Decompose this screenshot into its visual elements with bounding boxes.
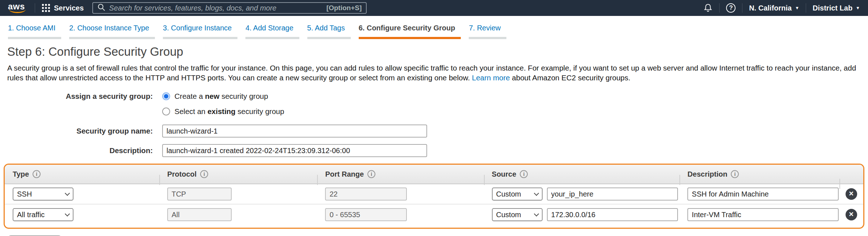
assign-group-label: Assign a security group: bbox=[7, 92, 162, 101]
info-icon[interactable]: i bbox=[200, 170, 208, 178]
header-source: Source i bbox=[484, 170, 680, 178]
services-menu-button[interactable]: Services bbox=[42, 4, 84, 12]
column-divider bbox=[317, 175, 318, 185]
rule-protocol-cell bbox=[159, 208, 317, 221]
step-review[interactable]: 7. Review bbox=[469, 24, 506, 39]
sg-name-input[interactable] bbox=[162, 125, 427, 138]
delete-rule-button[interactable]: × bbox=[846, 188, 857, 200]
rule-port-cell bbox=[317, 208, 484, 221]
chevron-down-icon bbox=[65, 211, 70, 216]
help-icon: ? bbox=[726, 3, 736, 13]
radio-create-new-group[interactable]: Create a new security group bbox=[162, 92, 268, 101]
security-group-form: Assign a security group: Create a new se… bbox=[7, 92, 861, 157]
radio-select-existing-group[interactable]: Select an existing security group bbox=[162, 107, 861, 116]
delete-rule-button[interactable]: × bbox=[846, 209, 857, 220]
rule-description-input[interactable] bbox=[687, 208, 839, 221]
sg-name-row: Security group name: bbox=[7, 125, 861, 138]
sg-description-input[interactable] bbox=[162, 144, 427, 157]
info-icon[interactable]: i bbox=[367, 170, 375, 178]
sg-description-label: Description: bbox=[7, 146, 162, 155]
navbar-divider bbox=[719, 3, 720, 13]
description-text-1: A security group is a set of firewall ru… bbox=[7, 64, 856, 82]
rule-description-cell bbox=[679, 208, 839, 221]
radio-existing-label: Select an existing security group bbox=[174, 107, 284, 116]
source-mode-select[interactable]: Custom bbox=[492, 208, 543, 221]
account-menu[interactable]: District Lab ▼ bbox=[813, 4, 860, 12]
radio-create-label: Create a new security group bbox=[174, 92, 268, 101]
source-value-input[interactable] bbox=[547, 187, 678, 201]
rule-protocol-cell bbox=[159, 187, 317, 201]
step-choose-ami[interactable]: 1. Choose AMI bbox=[8, 24, 61, 39]
wizard-steps: 1. Choose AMI 2. Choose Instance Type 3.… bbox=[0, 16, 868, 39]
header-description: Description i bbox=[679, 170, 839, 178]
source-value-input[interactable] bbox=[547, 208, 678, 221]
top-navbar: aws Services [Option+S] bbox=[0, 0, 868, 16]
bell-icon bbox=[703, 3, 713, 13]
header-protocol: Protocol i bbox=[159, 170, 317, 178]
security-rules-table: Type i Protocol i Port Range i Source i … bbox=[4, 164, 864, 229]
source-mode-select[interactable]: Custom bbox=[492, 187, 543, 201]
protocol-input bbox=[167, 187, 232, 201]
rule-source-cell: Custom bbox=[484, 208, 680, 221]
step-choose-instance-type[interactable]: 2. Choose Instance Type bbox=[69, 24, 155, 39]
chevron-down-icon: ▼ bbox=[856, 5, 860, 10]
search-input[interactable] bbox=[109, 4, 326, 12]
radio-selected-icon[interactable] bbox=[162, 92, 170, 100]
column-divider bbox=[839, 179, 840, 189]
step-configure-instance[interactable]: 3. Configure Instance bbox=[163, 24, 237, 39]
rule-port-cell bbox=[317, 187, 484, 201]
notifications-button[interactable] bbox=[703, 3, 713, 13]
type-select[interactable]: All traffic bbox=[13, 208, 73, 221]
main-content: Step 6: Configure Security Group A secur… bbox=[0, 39, 868, 157]
assign-group-row: Assign a security group: Create a new se… bbox=[7, 92, 861, 101]
rule-actions-cell: × bbox=[839, 188, 863, 200]
step-configure-security-group: 6. Configure Security Group bbox=[359, 24, 461, 39]
learn-more-link[interactable]: Learn more bbox=[472, 73, 510, 82]
step-add-tags[interactable]: 5. Add Tags bbox=[307, 24, 351, 39]
search-shortcut-hint: [Option+S] bbox=[326, 4, 362, 12]
info-icon[interactable]: i bbox=[731, 170, 739, 178]
port-range-input bbox=[325, 208, 407, 221]
aws-logo[interactable]: aws bbox=[8, 1, 28, 13]
aws-logo-smile bbox=[9, 9, 26, 13]
help-button[interactable]: ? bbox=[726, 3, 736, 13]
search-icon bbox=[97, 3, 109, 13]
step-add-storage[interactable]: 4. Add Storage bbox=[245, 24, 299, 39]
rules-table-header: Type i Protocol i Port Range i Source i … bbox=[5, 165, 863, 184]
radio-unselected-icon[interactable] bbox=[162, 108, 170, 115]
column-divider bbox=[159, 175, 160, 185]
global-search[interactable]: [Option+S] bbox=[92, 2, 367, 14]
sg-description-row: Description: bbox=[7, 144, 861, 157]
navbar-right: ? N. California ▼ District Lab ▼ bbox=[703, 3, 860, 13]
navbar-divider bbox=[742, 3, 742, 13]
chevron-down-icon bbox=[534, 211, 539, 216]
type-select[interactable]: SSH bbox=[13, 187, 73, 201]
page-description: A security group is a set of firewall ru… bbox=[7, 63, 860, 83]
port-range-input bbox=[325, 187, 407, 201]
sg-name-label: Security group name: bbox=[7, 127, 162, 135]
grid-icon bbox=[42, 4, 50, 12]
column-divider bbox=[484, 175, 485, 185]
description-text-2: about Amazon EC2 security groups. bbox=[512, 73, 630, 82]
rule-row-all-traffic: All traffic Custom × bbox=[5, 205, 863, 225]
rule-description-input[interactable] bbox=[687, 187, 839, 201]
info-icon[interactable]: i bbox=[520, 170, 528, 178]
page-title: Step 6: Configure Security Group bbox=[7, 45, 861, 59]
region-label: N. California bbox=[749, 4, 792, 12]
rule-type-cell: All traffic bbox=[5, 208, 159, 221]
rule-actions-cell: × bbox=[839, 209, 863, 220]
header-type: Type i bbox=[5, 170, 159, 178]
services-label: Services bbox=[54, 4, 84, 12]
navbar-divider bbox=[806, 3, 806, 13]
header-port-range: Port Range i bbox=[317, 170, 484, 178]
chevron-down-icon: ▼ bbox=[795, 5, 799, 10]
chevron-down-icon bbox=[65, 190, 70, 195]
chevron-down-icon bbox=[534, 190, 539, 195]
region-selector[interactable]: N. California ▼ bbox=[749, 4, 799, 12]
rule-row-ssh: SSH Custom × bbox=[5, 184, 863, 205]
info-icon[interactable]: i bbox=[33, 170, 41, 178]
rule-description-cell bbox=[679, 187, 839, 201]
navbar-divider bbox=[35, 3, 35, 13]
rule-source-cell: Custom bbox=[484, 187, 680, 201]
rule-type-cell: SSH bbox=[5, 187, 159, 201]
